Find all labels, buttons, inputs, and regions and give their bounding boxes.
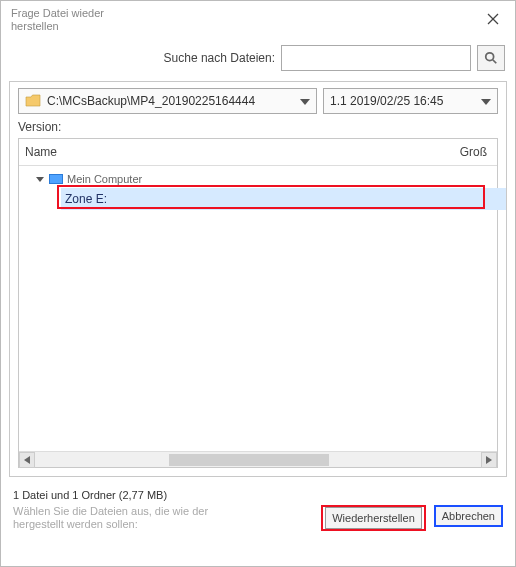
scroll-left-button[interactable] (19, 452, 35, 468)
tree-root-label: Mein Computer (67, 173, 142, 185)
close-button[interactable] (481, 7, 505, 31)
cancel-button[interactable]: Abbrechen (434, 505, 503, 527)
hint-text: Wählen Sie die Dateien aus, die wie der … (13, 505, 253, 531)
search-input[interactable] (281, 45, 471, 71)
restore-button[interactable]: Wiederherstellen (325, 507, 422, 529)
svg-line-3 (493, 60, 497, 64)
search-button[interactable] (477, 45, 505, 71)
chevron-down-icon (481, 94, 491, 108)
version-label: Version: (18, 120, 498, 134)
svg-point-2 (486, 53, 494, 61)
computer-icon (49, 174, 63, 184)
column-size: Groß (460, 145, 487, 159)
path-value: C:\MCsBackup\MP4_20190225164444 (47, 94, 255, 108)
scroll-track[interactable] (35, 453, 481, 467)
version-value: 1.1 2019/02/25 16:45 (330, 94, 443, 108)
search-label: Suche nach Dateien: (164, 51, 275, 65)
scroll-thumb[interactable] (169, 454, 330, 466)
version-dropdown[interactable]: 1.1 2019/02/25 16:45 (323, 88, 498, 114)
collapse-icon[interactable] (35, 174, 45, 184)
file-tree[interactable]: Name Groß Mein Computer Zone E: (18, 138, 498, 468)
scroll-right-button[interactable] (481, 452, 497, 468)
chevron-down-icon (300, 94, 310, 108)
tree-child-row[interactable]: Zone E: (61, 188, 506, 210)
path-dropdown[interactable]: C:\MCsBackup\MP4_20190225164444 (18, 88, 317, 114)
column-name: Name (25, 145, 57, 159)
close-icon (487, 13, 499, 25)
folder-icon (25, 94, 41, 108)
search-icon (484, 51, 498, 65)
tree-child-label: Zone E: (65, 192, 107, 206)
horizontal-scrollbar[interactable] (19, 451, 497, 467)
window-title: Frage Datei wieder herstellen (11, 7, 131, 33)
tree-root-row[interactable]: Mein Computer (19, 170, 497, 188)
status-text: 1 Datei und 1 Ordner (2,77 MB) (1, 485, 515, 501)
